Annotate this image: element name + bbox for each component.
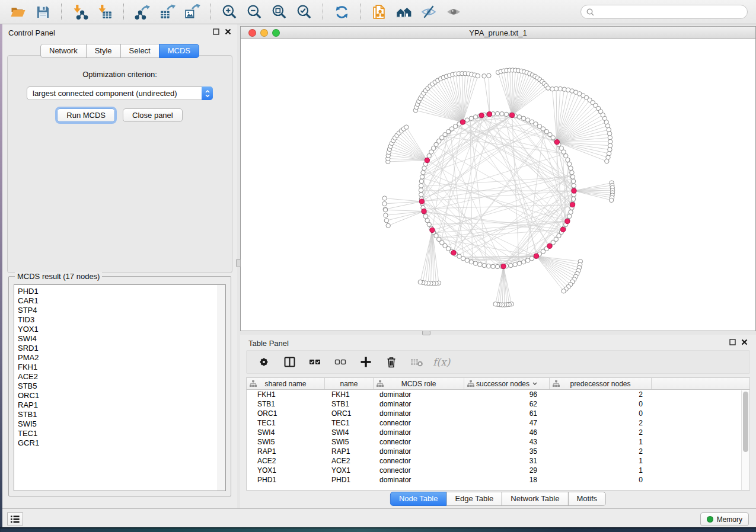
hide-selected-button[interactable]: [417, 2, 441, 21]
network-canvas[interactable]: [241, 39, 755, 331]
window-close-icon[interactable]: [248, 29, 256, 37]
search-input[interactable]: [597, 8, 742, 16]
control-tab-style[interactable]: Style: [86, 44, 121, 58]
table-cell[interactable]: 29: [464, 466, 550, 475]
column-header-MCDS-role[interactable]: MCDS role: [374, 378, 464, 389]
mcds-result-scrollbar[interactable]: [218, 285, 225, 491]
table-cell[interactable]: TEC1: [247, 419, 325, 427]
table-cell[interactable]: 61: [464, 409, 550, 418]
table-cell[interactable]: YOX1: [247, 466, 325, 475]
table-row[interactable]: SWI5SWI5connector431: [247, 437, 749, 447]
memory-button[interactable]: Memory: [700, 512, 749, 526]
first-neighbors-button[interactable]: [392, 2, 416, 21]
mcds-result-item[interactable]: STB1: [14, 410, 225, 419]
mcds-result-item[interactable]: CAR1: [14, 296, 225, 306]
table-cell[interactable]: connector: [374, 419, 464, 427]
mcds-result-item[interactable]: ACE2: [14, 372, 225, 382]
table-cell[interactable]: TEC1: [325, 419, 374, 427]
table-cell[interactable]: dominator: [374, 409, 464, 418]
window-minimize-icon[interactable]: [260, 29, 268, 37]
control-tab-mcds[interactable]: MCDS: [159, 44, 199, 58]
mcds-result-item[interactable]: YOX1: [14, 325, 225, 334]
table-row[interactable]: PHD1PHD1dominator180: [247, 475, 749, 485]
table-row[interactable]: FKH1FKH1dominator962: [247, 390, 749, 399]
mcds-result-item[interactable]: STP4: [14, 306, 225, 315]
table-cell[interactable]: dominator: [374, 476, 464, 484]
table-row[interactable]: RAP1RAP1dominator352: [247, 447, 749, 456]
mcds-result-item[interactable]: GCR1: [14, 438, 225, 448]
table-cell[interactable]: STB1: [325, 400, 374, 408]
table-cell[interactable]: dominator: [374, 447, 464, 456]
export-table-button[interactable]: [155, 2, 179, 21]
table-cell[interactable]: ACE2: [325, 457, 374, 465]
table-cell[interactable]: connector: [374, 457, 464, 465]
table-cell[interactable]: dominator: [374, 400, 464, 408]
add-column-button[interactable]: [359, 355, 373, 369]
mcds-result-item[interactable]: TEC1: [14, 429, 225, 438]
table-scrollbar[interactable]: [741, 390, 749, 490]
table-cell[interactable]: 35: [464, 447, 550, 456]
zoom-in-button[interactable]: [218, 2, 241, 21]
show-columns-button[interactable]: [282, 355, 296, 369]
table-row[interactable]: YOX1YOX1connector291: [247, 466, 749, 475]
table-cell[interactable]: 46: [464, 428, 550, 437]
float-table-panel-button[interactable]: [729, 339, 736, 345]
table-cell[interactable]: 0: [550, 476, 652, 484]
table-cell[interactable]: dominator: [374, 428, 464, 437]
table-row[interactable]: STB1STB1dominator620: [247, 399, 749, 409]
table-cell[interactable]: 2: [550, 447, 652, 456]
column-header-successor-nodes[interactable]: successor nodes: [464, 378, 550, 389]
table-tab-edge-table[interactable]: Edge Table: [446, 492, 502, 506]
table-cell[interactable]: SWI4: [325, 428, 374, 437]
table-cell[interactable]: 43: [464, 438, 550, 446]
table-scrollbar-thumb[interactable]: [743, 392, 748, 452]
table-mode-button[interactable]: [257, 355, 271, 369]
table-cell[interactable]: dominator: [374, 390, 464, 399]
table-cell[interactable]: 47: [464, 419, 550, 427]
criterion-select[interactable]: largest connected component (undirected): [27, 86, 213, 100]
table-cell[interactable]: FKH1: [325, 390, 374, 399]
zoom-selected-button[interactable]: [292, 2, 316, 21]
run-mcds-button[interactable]: Run MCDS: [57, 108, 115, 122]
column-header-name[interactable]: name: [325, 378, 374, 389]
table-cell[interactable]: 2: [550, 390, 652, 399]
table-row[interactable]: SWI4SWI4dominator462: [247, 428, 749, 437]
table-cell[interactable]: ORC1: [247, 409, 325, 418]
deselect-all-button[interactable]: [333, 355, 347, 369]
table-cell[interactable]: 96: [464, 390, 550, 399]
table-cell[interactable]: YOX1: [325, 466, 374, 475]
select-all-button[interactable]: [308, 355, 322, 369]
zoom-fit-button[interactable]: [267, 2, 291, 21]
table-cell[interactable]: 0: [550, 409, 652, 418]
table-cell[interactable]: 1: [550, 438, 652, 446]
mcds-result-item[interactable]: FKH1: [14, 363, 225, 372]
task-history-button[interactable]: [7, 512, 23, 525]
import-table-button[interactable]: [93, 2, 117, 21]
delete-table-button[interactable]: [410, 355, 424, 369]
window-zoom-icon[interactable]: [272, 29, 280, 37]
table-cell[interactable]: SWI4: [247, 428, 325, 437]
table-cell[interactable]: ACE2: [247, 457, 325, 465]
mcds-result-item[interactable]: ORC1: [14, 391, 225, 400]
table-cell[interactable]: 31: [464, 457, 550, 465]
horizontal-splitter-grip[interactable]: [422, 331, 430, 335]
vertical-splitter-grip[interactable]: [236, 259, 241, 267]
close-table-panel-button[interactable]: [741, 339, 748, 345]
float-panel-button[interactable]: [213, 28, 219, 35]
network-window-titlebar[interactable]: YPA_prune.txt_1: [241, 27, 755, 39]
table-row[interactable]: TEC1TEC1connector472: [247, 418, 749, 428]
table-cell[interactable]: FKH1: [247, 390, 325, 399]
table-cell[interactable]: RAP1: [325, 447, 374, 456]
control-tab-select[interactable]: Select: [120, 44, 160, 58]
table-tab-network-table[interactable]: Network Table: [502, 492, 568, 506]
import-network-button[interactable]: [68, 2, 92, 21]
table-tab-node-table[interactable]: Node Table: [390, 492, 447, 506]
table-cell[interactable]: PHD1: [247, 476, 325, 484]
table-cell[interactable]: ORC1: [325, 409, 374, 418]
mcds-result-item[interactable]: SWI4: [14, 334, 225, 344]
zoom-out-button[interactable]: [243, 2, 266, 21]
save-session-button[interactable]: [31, 2, 55, 21]
mcds-result-item[interactable]: TID3: [14, 315, 225, 325]
control-tab-network[interactable]: Network: [40, 44, 87, 58]
table-cell[interactable]: 62: [464, 400, 550, 408]
